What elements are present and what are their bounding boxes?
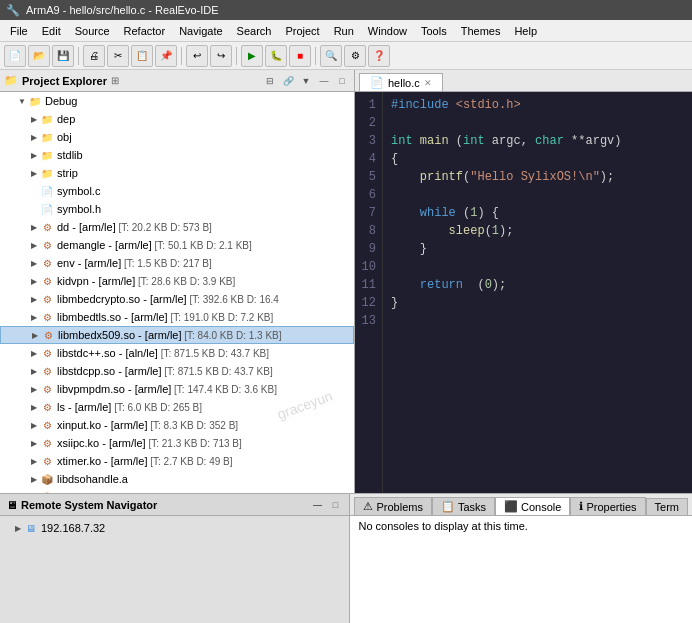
tree-item-debug[interactable]: ▼📁Debug: [0, 92, 354, 110]
toolbar-undo[interactable]: ↩: [186, 45, 208, 67]
panel-min-btn[interactable]: —: [316, 73, 332, 89]
tree-item-libstdcpp[interactable]: ▶⚙libstdcpp.so - [arm/le] [T: 871.5 KB D…: [0, 362, 354, 380]
link-editor-btn[interactable]: 🔗: [280, 73, 296, 89]
tree-arrow: ▶: [28, 223, 40, 232]
tree-arrow: ▶: [28, 403, 40, 412]
tree-item-ls[interactable]: ▶⚙ls - [arm/le] [T: 6.0 KB D: 265 B]: [0, 398, 354, 416]
menu-refactor[interactable]: Refactor: [118, 23, 172, 39]
menu-help[interactable]: Help: [508, 23, 543, 39]
tree-item-dd[interactable]: ▶⚙dd - [arm/le] [T: 20.2 KB D: 573 B]: [0, 218, 354, 236]
tree-item-symbolc[interactable]: 📄symbol.c: [0, 182, 354, 200]
tree-item-libstdc[interactable]: ▶⚙libstdc++.so - [aln/le] [T: 871.5 KB D…: [0, 344, 354, 362]
menu-run[interactable]: Run: [328, 23, 360, 39]
tree-label: libmbedx509.so - [arm/le] [T: 84.0 KB D:…: [58, 329, 282, 341]
tree-arrow: ▶: [28, 457, 40, 466]
toolbar-stop[interactable]: ■: [289, 45, 311, 67]
tree-item-xsiipc[interactable]: ▶⚙xsiipc.ko - [arm/le] [T: 21.3 KB D: 71…: [0, 434, 354, 452]
project-explorer-header: 📁 Project Explorer ⊞ ⊟ 🔗 ▼ — □: [0, 70, 354, 92]
editor-tab-helloc[interactable]: 📄 hello.c ✕: [359, 73, 443, 91]
toolbar-redo[interactable]: ↪: [210, 45, 232, 67]
tree-item-env[interactable]: ▶⚙env - [arm/le] [T: 1.5 KB D: 217 B]: [0, 254, 354, 272]
tree-icon: ⚙: [40, 220, 54, 234]
code-line-12: }: [391, 294, 684, 312]
tab-problems[interactable]: ⚠ Problems: [354, 497, 431, 515]
toolbar-cut[interactable]: ✂: [107, 45, 129, 67]
line-number-2: 2: [359, 114, 376, 132]
code-line-10: [391, 258, 684, 276]
tab-term[interactable]: Term: [646, 498, 688, 515]
toolbar-run[interactable]: ▶: [241, 45, 263, 67]
toolbar-new[interactable]: 📄: [4, 45, 26, 67]
menu-project[interactable]: Project: [279, 23, 325, 39]
tree-item-libmbedtls[interactable]: ▶⚙libmbedtls.so - [arm/le] [T: 191.0 KB …: [0, 308, 354, 326]
line-number-8: 8: [359, 222, 376, 240]
editor-tab-close[interactable]: ✕: [424, 78, 432, 88]
toolbar-save[interactable]: 💾: [52, 45, 74, 67]
tasks-icon: 📋: [441, 500, 455, 513]
toolbar-settings[interactable]: ⚙: [344, 45, 366, 67]
tree-item-stdlib[interactable]: ▶📁stdlib: [0, 146, 354, 164]
project-tree[interactable]: graceyun▼📁Debug▶📁dep▶📁obj▶📁stdlib▶📁strip…: [0, 92, 354, 493]
tree-label: xinput.ko - [arm/le] [T: 8.3 KB D: 352 B…: [57, 419, 238, 431]
menu-navigate[interactable]: Navigate: [173, 23, 228, 39]
tree-arrow: ▶: [28, 421, 40, 430]
toolbar-open[interactable]: 📂: [28, 45, 50, 67]
menu-themes[interactable]: Themes: [455, 23, 507, 39]
menu-search[interactable]: Search: [231, 23, 278, 39]
remote-nav-min[interactable]: —: [309, 497, 325, 513]
code-editor[interactable]: 12345678910111213 #include <stdio.h> int…: [355, 92, 692, 493]
panel-menu-btn[interactable]: ▼: [298, 73, 314, 89]
console-content: No consoles to display at this time.: [350, 516, 692, 623]
toolbar-print[interactable]: 🖨: [83, 45, 105, 67]
console-label: Console: [521, 501, 561, 513]
tree-icon: 📁: [40, 130, 54, 144]
properties-icon: ℹ: [579, 500, 583, 513]
code-line-13: [391, 312, 684, 330]
tree-item-libvpmpdm[interactable]: ▶⚙libvpmpdm.so - [arm/le] [T: 147.4 KB D…: [0, 380, 354, 398]
menu-file[interactable]: File: [4, 23, 34, 39]
tree-item-libmbedcrypto[interactable]: ▶⚙libmbedcrypto.so - [arm/le] [T: 392.6 …: [0, 290, 354, 308]
tree-arrow: ▶: [28, 439, 40, 448]
tab-tasks[interactable]: 📋 Tasks: [432, 497, 495, 515]
tree-label-detail: [T: 191.0 KB D: 7.2 KB]: [168, 312, 274, 323]
remote-nav-max[interactable]: □: [327, 497, 343, 513]
tree-icon: 📦: [40, 472, 54, 486]
tree-item-symbolh[interactable]: 📄symbol.h: [0, 200, 354, 218]
tree-label: libmbedcrypto.so - [arm/le] [T: 392.6 KB…: [57, 293, 279, 305]
remote-ip-item[interactable]: ▶ 🖥 192.168.7.32: [8, 519, 341, 537]
panel-actions: ⊟ 🔗 ▼ — □: [262, 73, 350, 89]
tree-item-libdsohandle[interactable]: ▶📦libdsohandle.a: [0, 470, 354, 488]
tree-item-libmbedx509[interactable]: ▶⚙libmbedx509.so - [arm/le] [T: 84.0 KB …: [0, 326, 354, 344]
tree-item-xtimer[interactable]: ▶⚙xtimer.ko - [arm/le] [T: 2.7 KB D: 49 …: [0, 452, 354, 470]
tree-label: stdlib: [57, 149, 83, 161]
tree-arrow: ▶: [28, 385, 40, 394]
toolbar-copy[interactable]: 📋: [131, 45, 153, 67]
collapse-all-btn[interactable]: ⊟: [262, 73, 278, 89]
tree-arrow: ▶: [28, 367, 40, 376]
tasks-label: Tasks: [458, 501, 486, 513]
tree-item-dep[interactable]: ▶📁dep: [0, 110, 354, 128]
menu-source[interactable]: Source: [69, 23, 116, 39]
tree-item-kidvpn[interactable]: ▶⚙kidvpn - [arm/le] [T: 28.6 KB D: 3.9 K…: [0, 272, 354, 290]
panel-max-btn[interactable]: □: [334, 73, 350, 89]
tree-item-demangle[interactable]: ▶⚙demangle - [arm/le] [T: 50.1 KB D: 2.1…: [0, 236, 354, 254]
tree-item-obj[interactable]: ▶📁obj: [0, 128, 354, 146]
line-number-9: 9: [359, 240, 376, 258]
tree-label: libvpmpdm.so - [arm/le] [T: 147.4 KB D: …: [57, 383, 277, 395]
tab-console[interactable]: ⬛ Console: [495, 497, 570, 515]
tree-icon: ⚙: [40, 310, 54, 324]
tree-item-xinput[interactable]: ▶⚙xinput.ko - [arm/le] [T: 8.3 KB D: 352…: [0, 416, 354, 434]
tab-properties[interactable]: ℹ Properties: [570, 497, 645, 515]
toolbar-debug[interactable]: 🐛: [265, 45, 287, 67]
tree-item-strip[interactable]: ▶📁strip: [0, 164, 354, 182]
menu-window[interactable]: Window: [362, 23, 413, 39]
tree-arrow: ▼: [16, 97, 28, 106]
menu-edit[interactable]: Edit: [36, 23, 67, 39]
toolbar-paste[interactable]: 📌: [155, 45, 177, 67]
code-line-3: int main (int argc, char **argv): [391, 132, 684, 150]
tree-arrow: ▶: [28, 349, 40, 358]
menu-tools[interactable]: Tools: [415, 23, 453, 39]
tree-item-libfdt[interactable]: ▶📦libfdt.a: [0, 488, 354, 493]
toolbar-search[interactable]: 🔍: [320, 45, 342, 67]
toolbar-help[interactable]: ❓: [368, 45, 390, 67]
